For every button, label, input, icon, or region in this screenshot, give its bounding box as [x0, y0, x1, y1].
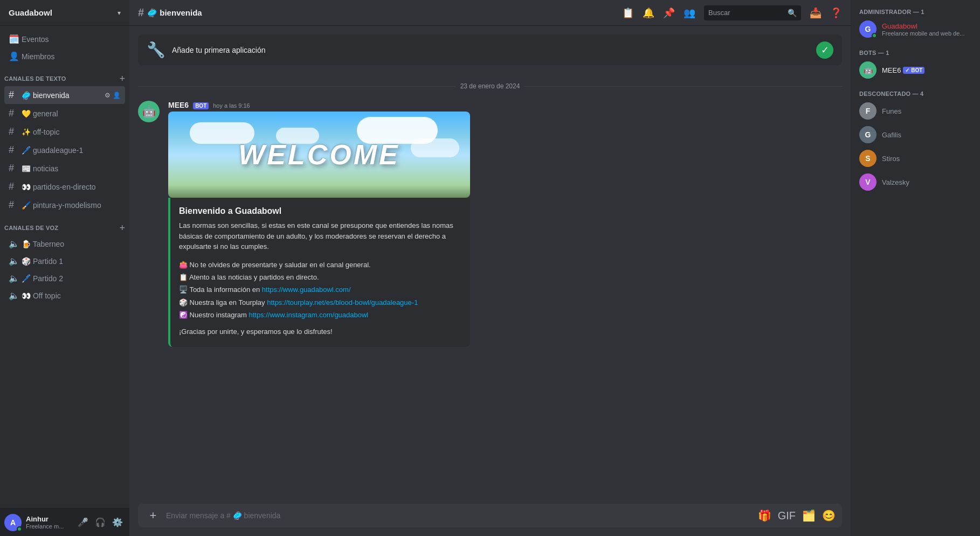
valzesky-name: Valzesky [882, 178, 971, 186]
member-item-mee6[interactable]: 🤖 MEE6 ✓ BOT [855, 58, 976, 82]
speaker-icon: 🔈 [9, 273, 18, 283]
topbar-channel: # 🥏 bienvenida [138, 6, 202, 19]
welcome-text: WELCOME [238, 138, 400, 171]
channel-item-noticias[interactable]: # 📰 noticias [4, 159, 125, 177]
channel-item-pintura[interactable]: # 🖌️ pintura-y-modelismo [4, 196, 125, 214]
app-banner: 🔧 Añade tu primera aplicación ✓ [138, 34, 842, 65]
message-input-area: + 🎁 GIF 🗂️ 😊 [129, 504, 851, 536]
welcome-item-5: ☯️ Nuestro instagram https://www.instagr… [179, 309, 461, 321]
sticker-button[interactable]: 🗂️ [802, 509, 816, 522]
voice-item-partido1[interactable]: 🔈 🎲 Partido 1 [4, 253, 125, 269]
gift-button[interactable]: 🎁 [758, 509, 771, 522]
add-voice-channel-button[interactable]: + [119, 223, 125, 233]
welcome-item-2: 📋 Atento a las noticias y partidos en di… [179, 271, 461, 283]
member-item-funes[interactable]: F Funes [855, 99, 976, 123]
voice-item-taberneo[interactable]: 🔈 🍺 Taberneo [4, 235, 125, 252]
add-attachment-button[interactable]: + [144, 507, 162, 524]
messages-area: 🔧 Añade tu primera aplicación ✓ 23 de en… [129, 26, 851, 504]
channel-item-offtopic[interactable]: # ✨ off-topic [4, 123, 125, 141]
server-name: Guadabowl [9, 8, 113, 17]
guadabowl-link[interactable]: https://www.guadabowl.com/ [262, 286, 351, 294]
channel-people-icon[interactable]: 👤 [113, 92, 121, 99]
app-banner-text: Añade tu primera aplicación [172, 46, 810, 54]
hash-icon: # [9, 108, 18, 119]
member-name: Guadabowl [882, 22, 971, 30]
hash-icon: # [9, 144, 18, 156]
text-channels-section[interactable]: Canales de texto + [0, 65, 129, 86]
search-icon: 🔍 [788, 9, 797, 17]
voice-section-title: Canales de voz [4, 225, 119, 231]
welcome-image: WELCOME [168, 112, 470, 198]
member-item-stiros[interactable]: S Stiros [855, 147, 976, 170]
channel-settings-icon[interactable]: ⚙ [105, 92, 111, 99]
gafilis-name: Gafilis [882, 131, 971, 139]
server-header[interactable]: Guadabowl ▾ [0, 0, 129, 26]
topbar-channel-name: 🥏 bienvenida [147, 8, 202, 18]
guadabowl-avatar: G [859, 20, 877, 38]
eventos-icon: 🗓️ [9, 34, 18, 44]
channel-item-guadaleague[interactable]: # 🖊️ guadaleague-1 [4, 141, 125, 159]
search-box[interactable]: Buscar 🔍 [704, 5, 801, 20]
emoji-button[interactable]: 😊 [822, 509, 836, 522]
sidebar-item-miembros[interactable]: 👤 Miembros [4, 48, 125, 65]
stiros-name: Stiros [882, 155, 971, 163]
help-icon[interactable]: ❓ [830, 7, 842, 19]
welcome-card-title: Bienvenido a Guadabowl [179, 206, 461, 216]
mee6-member-avatar: 🤖 [859, 61, 877, 79]
online-dot [872, 33, 877, 38]
welcome-card: Bienvenido a Guadabowl Las normas son se… [168, 198, 470, 347]
hash-icon: # [9, 126, 18, 137]
member-item-valzesky[interactable]: V Valzesky [855, 170, 976, 194]
sidebar-item-eventos[interactable]: 🗓️ Eventos [4, 31, 125, 47]
tourplay-link[interactable]: https://tourplay.net/es/blood-bowl/guada… [267, 298, 418, 307]
date-separator: 23 de enero de 2024 [129, 78, 851, 94]
members-icon[interactable]: 👥 [684, 7, 695, 19]
speaker-icon: 🔈 [9, 290, 18, 301]
deafen-button[interactable]: 🎧 [93, 515, 108, 530]
channel-item-general[interactable]: # 💛 general [4, 105, 125, 122]
settings-button[interactable]: ⚙️ [110, 515, 125, 530]
notification-bell-icon[interactable]: 🔔 [643, 7, 654, 19]
message-input[interactable] [166, 511, 754, 520]
add-text-channel-button[interactable]: + [119, 74, 125, 83]
offline-section-title: Desconectado — 4 [855, 82, 976, 99]
voice-item-offtopic[interactable]: 🔈 👀 Off topic [4, 287, 125, 304]
message-timestamp: hoy a las 9:16 [213, 102, 250, 109]
user-status-dot [17, 526, 22, 532]
mee6-avatar: 🤖 [138, 101, 160, 122]
speaker-icon: 🔈 [9, 256, 18, 266]
valzesky-avatar: V [859, 173, 877, 191]
members-sidebar: Administrador — 1 G Guadabowl Freelance … [851, 0, 980, 536]
voice-item-partido2[interactable]: 🔈 🖊️ Partido 2 [4, 270, 125, 287]
instagram-link[interactable]: https://www.instagram.com/guadabowl [249, 311, 368, 319]
pin-icon[interactable]: 📌 [663, 7, 675, 19]
text-section-title: Canales de texto [4, 75, 119, 82]
welcome-item-3: 🖥️ Toda la información en https://www.gu… [179, 283, 461, 296]
miembros-icon: 👤 [9, 51, 18, 61]
message-input-box: + 🎁 GIF 🗂️ 😊 [138, 504, 842, 527]
channel-item-partidos[interactable]: # 👀 partidos-en-directo [4, 178, 125, 196]
app-icon: 🔧 [147, 41, 165, 59]
member-item-guadabowl[interactable]: G Guadabowl Freelance mobile and web de.… [855, 17, 976, 41]
user-status: Freelance m... [26, 523, 71, 530]
member-item-gafilis[interactable]: G Gafilis [855, 123, 976, 147]
bots-section-title: Bots — 1 [855, 41, 976, 58]
speaker-icon: 🔈 [9, 239, 18, 249]
welcome-card-desc: Las normas son sencillas, si estas en es… [179, 220, 461, 252]
server-chevron-icon: ▾ [118, 9, 121, 17]
user-panel: A Ainhur Freelance m... 🎤 🎧 ⚙️ [0, 508, 129, 536]
gif-button[interactable]: GIF [778, 509, 796, 522]
funes-avatar: F [859, 102, 877, 120]
funes-name: Funes [882, 107, 971, 115]
welcome-item-1: 👛 No te olvides de presentarte y saludar… [179, 259, 461, 271]
hash-icon: # [9, 163, 18, 174]
voice-channels-section[interactable]: Canales de voz + [0, 214, 129, 235]
mute-button[interactable]: 🎤 [75, 515, 91, 530]
app-check-icon[interactable]: ✓ [816, 41, 833, 59]
threads-icon[interactable]: 📋 [622, 7, 634, 19]
main-content: # 🥏 bienvenida 📋 🔔 📌 👥 Buscar 🔍 📥 ❓ 🔧 Añ… [129, 0, 851, 536]
topbar-hash-icon: # [138, 6, 144, 19]
message-author: MEE6 [168, 101, 189, 109]
inbox-icon[interactable]: 📥 [810, 7, 822, 19]
channel-item-bienvenida[interactable]: # 🥏 bienvenida ⚙ 👤 [4, 86, 125, 104]
